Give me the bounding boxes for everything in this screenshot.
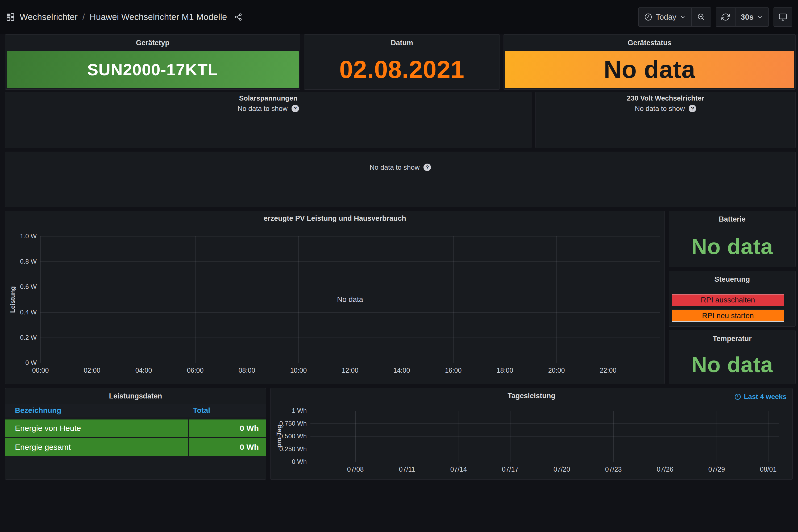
table-row: Energie von Heute0 Wh [5,419,266,437]
x-axis-tick-label: 07/26 [657,466,673,473]
panel-untitled: No data to show ? [5,152,796,207]
panel-title[interactable]: Batterie [669,211,795,227]
panel-title[interactable]: Gerätestatus [504,35,795,51]
y-axis-tick-label: 0.8 W [20,258,37,265]
gridline-vertical [717,411,717,462]
panel-pv-chart: erzeugte PV Leistung und Hausverbrauch L… [5,211,665,384]
table-header-row: Bezeichnung Total [5,404,266,417]
apps-grid-icon[interactable] [6,13,15,22]
panel-title[interactable]: Tagesleistung [270,388,793,403]
x-axis-tick-label: 07/14 [450,466,467,473]
table-cell-total: 0 Wh [189,419,266,437]
x-axis-tick-label: 07/11 [399,466,415,473]
tagesleistung-plot-area[interactable]: 1 Wh0.750 Wh0.500 Wh0.250 Wh0 Wh07/0807/… [310,411,779,462]
y-axis-tick-label: 0 Wh [292,458,307,466]
panel-title[interactable]: erzeugte PV Leistung und Hausverbrauch [5,211,664,226]
y-axis-title: Leistung [9,236,17,363]
x-axis-tick-label: 00:00 [32,366,49,374]
breadcrumb-separator: / [82,12,85,22]
x-axis-tick-label: 07/20 [554,466,570,473]
panel-temperatur: Temperatur No data [669,330,796,384]
gridline-vertical [660,236,660,363]
no-data-message: No data to show ? [536,104,795,113]
gridline-horizontal [40,363,660,363]
panel-title[interactable]: Temperatur [669,330,795,347]
refresh-interval-dropdown[interactable]: 30s [735,8,768,26]
panel-leistungsdaten: Leistungsdaten Bezeichnung Total Energie… [5,388,266,480]
help-icon[interactable]: ? [423,164,431,171]
stat-value: 02.08.2021 [339,56,464,83]
gridline-vertical [768,411,768,462]
gridline-vertical [355,411,356,462]
gridline-vertical [665,411,665,462]
panel-geraetetyp: Gerätetyp SUN2000-17KTL [5,34,300,90]
panel-datum: Datum 02.08.2021 [304,34,500,90]
clock-icon [734,393,741,400]
panel-batterie: Batterie No data [669,211,796,267]
table-row: Energie gesamt0 Wh [5,438,266,456]
breadcrumb-folder[interactable]: Wechselrichter [20,12,78,22]
share-icon[interactable] [234,13,242,21]
panel-title[interactable]: Leistungsdaten [5,388,266,404]
x-axis-tick-label: 07/08 [347,466,364,473]
no-data-text: No data to show [635,104,685,113]
breadcrumb-dashboard-title[interactable]: Huawei Wechselrichter M1 Modelle [90,12,227,22]
stat-value: No data [691,352,773,377]
chevron-down-icon [680,14,686,20]
pv-chart-plot-area[interactable]: 1.0 W0.8 W0.6 W0.4 W0.2 W0 W00:0002:0004… [40,236,660,363]
gridline-vertical [562,411,562,462]
panel-title[interactable]: Steuerung [669,271,795,288]
panel-title[interactable]: Gerätetyp [5,35,300,51]
y-axis-tick-label: 0.4 W [20,308,37,316]
zoom-out-button[interactable] [691,8,711,26]
refresh-group: 30s [716,7,769,26]
kiosk-mode-button[interactable] [774,7,792,26]
chevron-down-icon [757,14,763,20]
x-axis-tick-label: 18:00 [497,366,513,374]
panel-time-override: Last 4 weeks [734,393,786,401]
no-data-message: No data to show ? [5,104,531,113]
y-axis-tick-label: 0.250 Wh [279,445,307,453]
panel-230-volt-wechselrichter: 230 Volt Wechselrichter No data to show … [535,92,796,148]
time-picker-button[interactable]: Today [639,8,691,26]
stat-background: SUN2000-17KTL [7,51,299,88]
panel-title[interactable]: 230 Volt Wechselrichter [536,92,795,104]
table-cell-bezeichnung: Energie gesamt [5,438,188,456]
clock-icon [644,13,652,21]
y-axis-tick-label: 1.0 W [20,232,37,240]
panel-title[interactable]: Solarspannungen [5,92,531,104]
stat-value: No data [604,56,695,83]
column-header-bezeichnung[interactable]: Bezeichnung [5,406,189,415]
panel-title[interactable]: Datum [304,35,499,51]
gridline-horizontal [310,462,779,462]
stat-value: SUN2000-17KTL [87,60,218,79]
column-header-total[interactable]: Total [189,406,266,415]
x-axis-tick-label: 22:00 [600,366,616,374]
y-axis-tick-label: 1 Wh [292,407,307,414]
stat-background: No data [670,347,794,382]
control-button-rpi-neu-starten[interactable]: RPI neu starten [672,310,784,322]
x-axis-tick-label: 10:00 [290,366,307,374]
x-axis-tick-label: 14:00 [394,366,410,374]
y-axis-tick-label: 0.750 Wh [279,420,307,427]
refresh-button[interactable] [716,8,735,26]
help-icon[interactable]: ? [291,105,299,112]
control-button-rpi-ausschalten[interactable]: RPI ausschalten [672,294,784,306]
no-data-text: No data to show [238,104,288,113]
x-axis-tick-label: 20:00 [548,366,565,374]
y-axis-tick-label: 0.6 W [20,283,37,290]
table-body: Energie von Heute0 WhEnergie gesamt0 Wh [5,418,266,456]
help-icon[interactable]: ? [689,105,696,112]
y-axis-tick-label: 0.2 W [20,334,37,341]
y-axis-tick-label: 0 W [25,359,37,366]
x-axis-tick-label: 07/23 [605,466,622,473]
nav-controls: Today 30s [639,7,792,26]
gridline-vertical [613,411,614,462]
gridline-horizontal [310,436,779,437]
x-axis-tick-label: 08/01 [760,466,777,473]
no-data-message: No data to show ? [5,163,795,172]
x-axis-tick-label: 04:00 [135,366,152,374]
top-nav: Wechselrichter / Huawei Wechselrichter M… [0,0,798,34]
x-axis-tick-label: 07/17 [502,466,519,473]
stat-background: No data [670,227,794,265]
